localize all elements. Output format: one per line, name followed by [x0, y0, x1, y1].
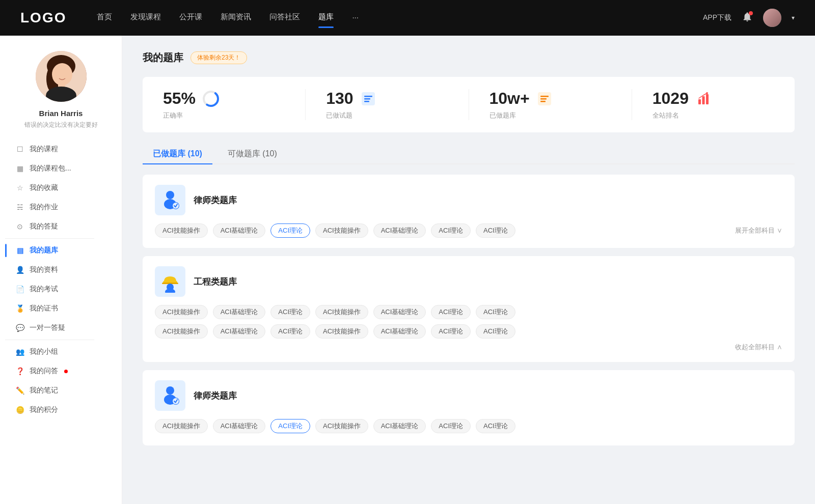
svg-rect-14 — [540, 98, 547, 100]
bell-dot — [749, 11, 753, 15]
stat-done-questions-top: 130 — [326, 89, 376, 108]
stat-rank-top: 1029 — [653, 89, 712, 108]
sidebar-item-my-notes[interactable]: ✏️ 我的笔记 — [5, 381, 117, 400]
tag-eng-r1-2[interactable]: ACI理论 — [270, 305, 310, 319]
nav-qbank[interactable]: 题库 — [318, 12, 334, 24]
sidebar-item-my-points[interactable]: 🪙 我的积分 — [5, 400, 117, 419]
points-icon: 🪙 — [15, 405, 24, 414]
tag-lawyer-1-0[interactable]: ACI技能操作 — [155, 223, 208, 238]
tag-lawyer-1-4[interactable]: ACI基础理论 — [373, 223, 426, 238]
tag-lawyer-1-2[interactable]: ACI理论 — [270, 223, 310, 238]
sidebar-item-my-questions[interactable]: ❓ 我的问答 — [5, 361, 117, 381]
user-avatar[interactable] — [763, 9, 781, 27]
tag-eng-r2-3[interactable]: ACI技能操作 — [315, 324, 368, 339]
nav-discover[interactable]: 发现课程 — [130, 12, 161, 24]
group-icon: 👥 — [15, 347, 24, 356]
donut-chart — [202, 90, 220, 108]
cert-icon: 🏅 — [15, 304, 24, 313]
nav-qa[interactable]: 问答社区 — [269, 12, 300, 24]
tag-eng-r1-0[interactable]: ACI技能操作 — [155, 305, 208, 319]
tag-eng-r1-1[interactable]: ACI基础理论 — [213, 305, 266, 319]
sidebar-label-my-qbank: 我的题库 — [30, 246, 58, 255]
tag-eng-r2-1[interactable]: ACI基础理论 — [213, 324, 266, 339]
tag-lawyer-1-6[interactable]: ACI理论 — [476, 223, 515, 238]
tag-lawyer-2-2[interactable]: ACI理论 — [270, 419, 310, 433]
tag-lawyer-2-1[interactable]: ACI基础理论 — [213, 419, 266, 433]
sidebar-label-my-group: 我的小组 — [30, 347, 58, 356]
tag-eng-r1-4[interactable]: ACI基础理论 — [373, 305, 426, 319]
tag-lawyer-2-0[interactable]: ACI技能操作 — [155, 419, 208, 433]
stat-done-banks-top: 10w+ — [490, 89, 553, 108]
tag-eng-r1-3[interactable]: ACI技能操作 — [315, 305, 368, 319]
sidebar-label-my-qa: 我的答疑 — [30, 222, 58, 231]
tag-eng-r1-6[interactable]: ACI理论 — [476, 305, 515, 319]
user-dropdown-chevron[interactable]: ▾ — [792, 14, 795, 21]
sidebar-item-one-on-one[interactable]: 💬 一对一答疑 — [5, 318, 117, 338]
stat-done-questions: 130 已做试题 — [306, 89, 469, 120]
sidebar-label-my-course: 我的课程 — [30, 145, 58, 154]
sidebar-label-course-package: 我的课程包... — [30, 164, 71, 173]
tag-eng-r2-5[interactable]: ACI理论 — [431, 324, 471, 339]
qbank-header-lawyer-1: 律师类题库 — [155, 185, 782, 215]
tag-eng-r2-6[interactable]: ACI理论 — [476, 324, 515, 339]
svg-rect-16 — [698, 99, 701, 104]
sidebar-item-my-cert[interactable]: 🏅 我的证书 — [5, 299, 117, 318]
tab-done-banks[interactable]: 已做题库 (10) — [143, 145, 212, 163]
sidebar-item-my-course[interactable]: ☐ 我的课程 — [5, 139, 117, 159]
tag-lawyer-2-3[interactable]: ACI技能操作 — [315, 419, 368, 433]
svg-point-28 — [166, 386, 174, 395]
nav-news[interactable]: 新闻资讯 — [221, 12, 251, 24]
svg-rect-13 — [540, 96, 549, 97]
stat-done-banks-label: 已做题库 — [490, 111, 516, 120]
sidebar-item-course-package[interactable]: ▦ 我的课程包... — [5, 159, 117, 178]
svg-rect-9 — [364, 96, 372, 97]
stat-accuracy-value: 55% — [163, 89, 196, 108]
tag-lawyer-2-5[interactable]: ACI理论 — [431, 419, 471, 433]
nav-home[interactable]: 首页 — [97, 12, 112, 24]
sidebar-item-homework[interactable]: ☵ 我的作业 — [5, 198, 117, 217]
page-layout: Brian Harris 错误的决定比没有决定要好 ☐ 我的课程 ▦ 我的课程包… — [0, 36, 815, 504]
svg-rect-11 — [364, 101, 369, 102]
app-download[interactable]: APP下载 — [703, 13, 731, 22]
engineer-icon — [159, 270, 181, 293]
sidebar-label-favorites: 我的收藏 — [30, 183, 58, 192]
tab-available-banks[interactable]: 可做题库 (10) — [218, 145, 287, 163]
sidebar-item-my-qa[interactable]: ⊙ 我的答疑 — [5, 217, 117, 236]
nav-opencourse[interactable]: 公开课 — [179, 12, 202, 24]
navbar-right: APP下载 ▾ — [703, 9, 795, 27]
tag-lawyer-1-5[interactable]: ACI理论 — [431, 223, 471, 238]
nav-more[interactable]: ··· — [352, 13, 359, 23]
stat-accuracy: 55% 正确率 — [143, 89, 306, 120]
tag-eng-r2-2[interactable]: ACI理论 — [270, 324, 310, 339]
sidebar-divider-2 — [5, 340, 94, 340]
sidebar-user-motto: 错误的决定比没有决定要好 — [14, 121, 108, 129]
tag-eng-r2-4[interactable]: ACI基础理论 — [373, 324, 426, 339]
tag-eng-r2-0[interactable]: ACI技能操作 — [155, 324, 208, 339]
sidebar-item-my-qbank[interactable]: ▤ 我的题库 — [5, 241, 117, 260]
stat-done-questions-value: 130 — [326, 89, 353, 108]
tag-eng-r1-5[interactable]: ACI理论 — [431, 305, 471, 319]
qbank-header-engineer: 工程类题库 — [155, 266, 782, 297]
svg-rect-15 — [540, 101, 546, 102]
task-icon: ☵ — [15, 203, 24, 212]
sidebar-item-my-profile[interactable]: 👤 我的资料 — [5, 260, 117, 279]
grid-icon: ▤ — [15, 246, 24, 255]
question-icon: ⊙ — [15, 222, 24, 231]
tag-lawyer-2-6[interactable]: ACI理论 — [476, 419, 515, 433]
tag-lawyer-1-3[interactable]: ACI技能操作 — [315, 223, 368, 238]
sidebar-item-my-exam[interactable]: 📄 我的考试 — [5, 279, 117, 299]
sidebar-item-my-group[interactable]: 👥 我的小组 — [5, 342, 117, 361]
logo: LOGO — [20, 10, 66, 26]
doc-icon: ☐ — [15, 145, 24, 154]
qbank-title-lawyer-1: 律师类题库 — [194, 194, 237, 206]
notification-bell[interactable] — [742, 11, 753, 24]
trial-badge: 体验剩余23天！ — [191, 51, 247, 64]
sidebar-label-my-profile: 我的资料 — [30, 265, 58, 274]
tag-lawyer-2-4[interactable]: ACI基础理论 — [373, 419, 426, 433]
sidebar-item-favorites[interactable]: ☆ 我的收藏 — [5, 178, 117, 198]
stat-done-banks-value: 10w+ — [490, 89, 530, 108]
collapse-engineer-label[interactable]: 收起全部科目 ∧ — [735, 343, 782, 352]
tag-lawyer-1-1[interactable]: ACI基础理论 — [213, 223, 266, 238]
sidebar-avatar — [36, 51, 87, 102]
expand-lawyer-1[interactable]: 展开全部科目 ∨ — [735, 226, 782, 235]
